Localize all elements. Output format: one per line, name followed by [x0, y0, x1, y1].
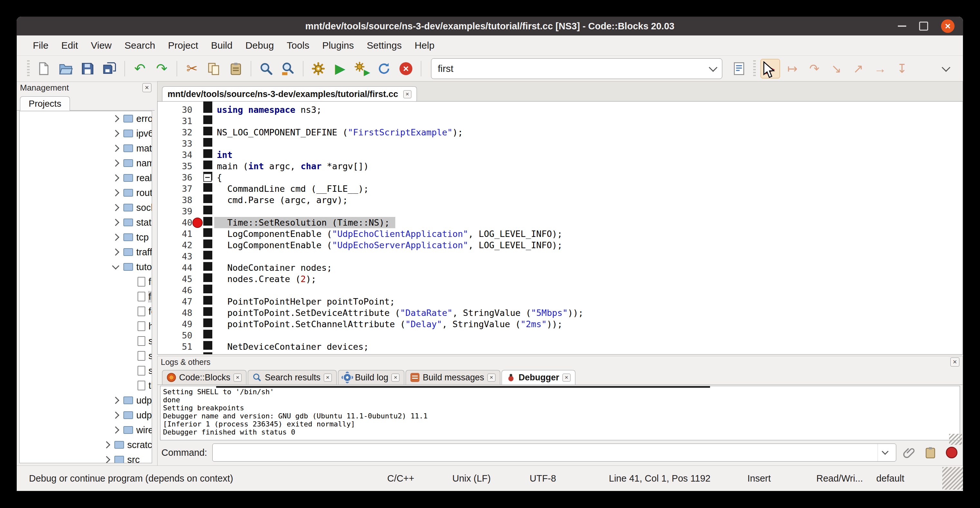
search-combo[interactable]: [431, 58, 722, 79]
toolbar-drag-handle[interactable]: [27, 60, 30, 77]
line-number[interactable]: 39: [158, 205, 196, 217]
tab-close-icon[interactable]: ×: [403, 90, 411, 98]
tab-close-icon[interactable]: ×: [563, 374, 571, 382]
management-close-icon[interactable]: ×: [142, 83, 151, 92]
redo-button[interactable]: ↷: [153, 59, 171, 78]
tree-item-fif[interactable]: fif: [20, 274, 152, 289]
project-tree[interactable]: erroipv6matnamrealroutsockstattcptraffit…: [19, 111, 152, 463]
menu-file[interactable]: File: [26, 37, 55, 54]
tree-item-real[interactable]: real: [20, 170, 152, 185]
logs-tab-build-log[interactable]: Build log×: [338, 370, 405, 385]
open-file-button[interactable]: [56, 59, 75, 78]
chevron-right-icon[interactable]: [112, 159, 119, 167]
line-number[interactable]: 44: [158, 262, 196, 273]
tree-item-mat[interactable]: mat: [20, 141, 152, 156]
line-number[interactable]: 31: [158, 115, 196, 127]
tree-item-src[interactable]: src: [20, 452, 152, 463]
logs-close-icon[interactable]: ×: [950, 357, 959, 366]
save-all-button[interactable]: [100, 59, 119, 78]
new-file-button[interactable]: [35, 59, 53, 78]
breakpoint-marker[interactable]: [192, 218, 203, 228]
chevron-right-icon[interactable]: [112, 397, 119, 404]
toolbar-overflow-button[interactable]: [938, 61, 954, 77]
logs-tab-search-results[interactable]: Search results×: [248, 370, 337, 385]
next-instruction-button[interactable]: →: [871, 59, 889, 78]
menu-settings[interactable]: Settings: [361, 37, 408, 54]
window-resize-grip[interactable]: [942, 467, 963, 490]
next-line-button[interactable]: ↷: [805, 59, 824, 78]
attach-button[interactable]: [901, 444, 918, 461]
tab-close-icon[interactable]: ×: [391, 374, 399, 382]
tree-item-ipv6[interactable]: ipv6: [20, 126, 152, 141]
tab-projects[interactable]: Projects: [20, 96, 70, 111]
logs-resize-grip[interactable]: [949, 434, 962, 445]
line-number[interactable]: 49: [158, 318, 196, 330]
tree-item-th[interactable]: th: [20, 378, 152, 393]
tab-close-icon[interactable]: ×: [487, 374, 495, 382]
fold-box-icon[interactable]: [203, 174, 212, 182]
line-number[interactable]: 41: [158, 228, 196, 239]
build-and-run-button[interactable]: ▶: [353, 59, 371, 78]
step-into-instruction-button[interactable]: ↧: [893, 59, 912, 78]
line-number[interactable]: 52: [158, 352, 196, 355]
title-bar[interactable]: mnt/dev/tools/source/ns-3-dev/examples/t…: [17, 17, 963, 35]
save-button[interactable]: [78, 59, 97, 78]
line-number[interactable]: 50: [158, 330, 196, 341]
abort-button[interactable]: ×: [396, 59, 415, 78]
line-number[interactable]: 32: [158, 127, 196, 138]
line-number[interactable]: 43: [158, 251, 196, 262]
tree-item-rout[interactable]: rout: [20, 185, 152, 200]
rebuild-button[interactable]: [375, 59, 393, 78]
line-number[interactable]: 30: [158, 104, 196, 115]
minimize-button[interactable]: [898, 25, 906, 27]
menu-debug[interactable]: Debug: [239, 37, 280, 54]
stop-button[interactable]: [943, 444, 960, 461]
menu-edit[interactable]: Edit: [55, 37, 84, 54]
clipboard-button[interactable]: [922, 444, 939, 461]
command-combo[interactable]: [212, 444, 896, 462]
line-number[interactable]: 35: [158, 161, 196, 172]
chevron-right-icon[interactable]: [112, 204, 119, 212]
tree-item-fir[interactable]: fir: [20, 289, 152, 304]
tree-item-traffi[interactable]: traffi: [20, 245, 152, 260]
step-out-button[interactable]: ↗: [849, 59, 867, 78]
command-dropdown-button[interactable]: [878, 444, 892, 461]
toolbar-drag-handle[interactable]: [753, 60, 756, 77]
chevron-right-icon[interactable]: [112, 234, 119, 241]
tree-item-scratch[interactable]: scratch: [20, 437, 152, 452]
search-combo-input[interactable]: [437, 63, 710, 75]
chevron-right-icon[interactable]: [112, 130, 119, 137]
chevron-right-icon[interactable]: [112, 145, 119, 152]
menu-project[interactable]: Project: [162, 37, 205, 54]
chevron-right-icon[interactable]: [103, 456, 110, 463]
close-button[interactable]: ×: [941, 19, 955, 33]
line-number[interactable]: 36: [158, 172, 196, 183]
tab-close-icon[interactable]: ×: [324, 374, 332, 382]
build-button[interactable]: [309, 59, 328, 78]
line-number[interactable]: 46: [158, 285, 196, 296]
menu-view[interactable]: View: [84, 37, 118, 54]
line-number[interactable]: 51: [158, 341, 196, 352]
editor-tab-first-cc[interactable]: mnt/dev/tools/source/ns-3-dev/examples/t…: [162, 86, 417, 102]
chevron-right-icon[interactable]: [112, 219, 119, 226]
chevron-right-icon[interactable]: [112, 412, 119, 419]
chevron-right-icon[interactable]: [112, 189, 119, 197]
tree-item-erro[interactable]: erro: [20, 111, 152, 126]
line-number-gutter[interactable]: 3031323334353637383940414243444546474849…: [158, 104, 196, 355]
tree-item-sock[interactable]: sock: [20, 200, 152, 215]
undo-button[interactable]: ↶: [130, 59, 149, 78]
search-options-button[interactable]: [730, 59, 748, 78]
chevron-right-icon[interactable]: [112, 427, 119, 434]
menu-search[interactable]: Search: [118, 37, 162, 54]
tree-item-fo[interactable]: fo: [20, 304, 152, 319]
chevron-down-icon[interactable]: [112, 263, 119, 270]
menu-build[interactable]: Build: [205, 37, 239, 54]
run-button[interactable]: ▶: [331, 59, 350, 78]
logs-tab-code-blocks[interactable]: Code::Blocks×: [162, 370, 247, 385]
line-number[interactable]: 37: [158, 183, 196, 194]
tree-item-udp[interactable]: udp: [20, 393, 152, 408]
tree-item-he[interactable]: he: [20, 319, 152, 334]
tree-item-se[interactable]: se: [20, 349, 152, 363]
tree-item-wire[interactable]: wire: [20, 423, 152, 437]
chevron-right-icon[interactable]: [112, 115, 119, 123]
